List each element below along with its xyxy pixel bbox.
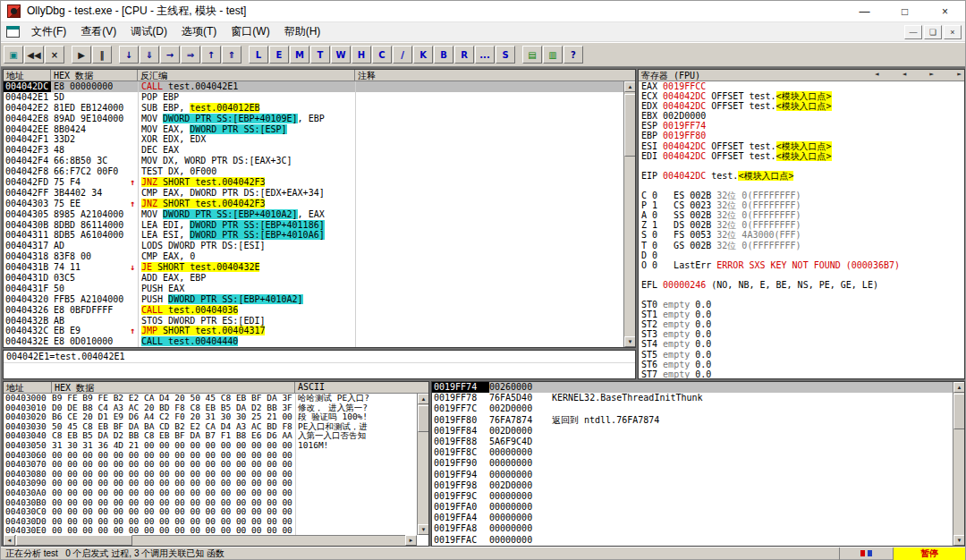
register-line[interactable]: EBX 002D0000 (641, 111, 964, 121)
register-line[interactable]: ST7 empty 0.0 (641, 369, 964, 379)
disasm-row[interactable]: 0040431D03C5ADD EAX, EBP (4, 273, 623, 284)
maximize-button[interactable]: □ (885, 1, 925, 22)
disasm-row[interactable]: 004042E15DPOP EBP (4, 92, 623, 103)
step-over-button[interactable]: ⇓ (140, 46, 159, 64)
stack-row[interactable]: 0019FF7876FA5D40KERNEL32.BaseThreadInitT… (432, 393, 953, 403)
dump-header-ascii[interactable]: ASCII (295, 382, 428, 393)
register-line[interactable]: ESP 0019FF74 (641, 121, 964, 131)
menu-view[interactable]: 查看(V) (73, 22, 123, 41)
stack-row[interactable]: 0019FFA400000000 (432, 513, 953, 523)
register-line[interactable] (641, 270, 964, 280)
execute-till-return-button[interactable]: ↑ (201, 46, 221, 64)
stack-row[interactable]: 0019FF9400000000 (432, 470, 953, 480)
disasm-row[interactable]: 0040432BABSTOS DWORD PTR ES:[EDI] (4, 316, 623, 327)
stack-row[interactable]: 0019FF885A6F9C4D (432, 437, 953, 447)
dump-scroll-right-icon[interactable]: ► (405, 535, 417, 546)
disasm-row[interactable]: 0040430375 EE↑JNZ SHORT test.004042F3 (4, 199, 623, 209)
header-address[interactable]: 地址 (4, 70, 51, 81)
stack-row[interactable]: 0019FF84002D0000 (432, 426, 953, 437)
close-button[interactable]: × (45, 46, 64, 64)
register-line[interactable]: ST2 empty 0.0 (641, 319, 964, 329)
log-window-button[interactable]: L (249, 46, 268, 64)
disasm-row[interactable]: 0040430B8DBD 86114000LEA EDI, DWORD PTR … (4, 220, 623, 231)
disasm-row[interactable]: 004042EE8B0424MOV EAX, DWORD PTR SS:[ESP… (4, 124, 623, 135)
menu-options[interactable]: 选项(T) (174, 22, 224, 41)
register-line[interactable]: EDX 004042DC OFFSET test.<模块入口点> (641, 101, 964, 111)
register-line[interactable]: D 0 (641, 250, 964, 260)
patches-button[interactable]: / (393, 46, 412, 64)
stack-scroll-up-icon[interactable]: ▲ (953, 382, 965, 393)
mdi-close-button[interactable]: × (944, 25, 962, 39)
open-file-button[interactable]: ▣ (4, 46, 23, 64)
reg-nav-left-icon[interactable]: ◄ (875, 70, 879, 81)
help-button[interactable]: ? (564, 46, 583, 64)
register-line[interactable]: O 0 LastErr ERROR_SXS_KEY_NOT_FOUND (000… (641, 260, 964, 270)
disasm-row[interactable]: 004043118DB5 A6104000LEA ESI, DWORD PTR … (4, 230, 623, 241)
cpu-window-icon[interactable] (6, 26, 20, 38)
stack-row[interactable]: 0019FF9000000000 (432, 458, 953, 469)
appearance-button[interactable]: ▥ (543, 46, 563, 64)
restart-button[interactable]: ◀◀ (24, 46, 44, 64)
cpu-button[interactable]: C (372, 46, 392, 64)
dump-row[interactable]: 00403000B9 FE B9 FE B2 E2 CA D4 20 50 45… (4, 394, 417, 403)
register-line[interactable]: C 0 ES 002B 32位 0(FFFFFFFF) (641, 191, 964, 200)
references-button[interactable]: R (454, 46, 474, 64)
disasm-row[interactable]: 0040431883F8 00CMP EAX, 0 (4, 251, 623, 262)
register-line[interactable]: EFL 00000246 (NO, NB, E, BE, NS, PE, GE,… (641, 280, 964, 290)
dump-row[interactable]: 004030B000 00 00 00 00 00 00 00 00 00 00… (4, 498, 417, 508)
register-line[interactable] (641, 161, 964, 171)
close-window-button[interactable]: × (925, 1, 965, 22)
register-line[interactable]: ST4 empty 0.0 (641, 339, 964, 349)
disasm-scroll-thumb[interactable] (624, 94, 636, 157)
pause-button[interactable]: ‖ (92, 46, 112, 64)
source-button[interactable]: S (496, 46, 515, 64)
handles-button[interactable]: H (352, 46, 371, 64)
stack-row[interactable]: 0019FF9C00000000 (432, 491, 953, 502)
stack-scroll-thumb[interactable] (953, 394, 965, 429)
register-line[interactable]: A 0 SS 002B 32位 0(FFFFFFFF) (641, 210, 964, 220)
stack-row[interactable]: 0019FFA800000000 (432, 523, 953, 534)
disasm-row[interactable]: 004042F466:8B50 3CMOV DX, WORD PTR DS:[E… (4, 156, 623, 166)
dump-header-hex[interactable]: HEX 数据 (52, 382, 295, 393)
dump-row[interactable]: 00403020B6 CE 20 D1 E9 D6 A4 C2 F0 20 31… (4, 412, 417, 422)
dump-row[interactable]: 0040309000 00 00 00 00 00 00 00 00 00 00… (4, 479, 417, 488)
disasm-row[interactable]: 00404326E8 0BFDFFFFCALL test.00404036 (4, 305, 623, 316)
dump-row[interactable]: 0040307000 00 00 00 00 00 00 00 00 00 00… (4, 460, 417, 470)
register-line[interactable] (641, 290, 964, 300)
scroll-up-icon[interactable]: ▲ (624, 81, 636, 92)
disasm-row[interactable]: 004042E889AD 9E104000MOV DWORD PTR SS:[E… (4, 114, 623, 124)
register-line[interactable]: EAX 0019FFCC (641, 81, 964, 91)
disasm-row[interactable]: 004042F866:F7C2 00F0TEST DX, 0F000 (4, 166, 623, 177)
menu-help[interactable]: 帮助(H) (277, 22, 328, 41)
register-line[interactable]: EIP 004042DC test.<模块入口点> (641, 171, 964, 181)
disasm-row[interactable]: 004043058985 A2104000MOV DWORD PTR SS:[E… (4, 209, 623, 220)
dump-header-address[interactable]: 地址 (4, 382, 52, 393)
call-stack-button[interactable]: K (413, 46, 433, 64)
register-line[interactable]: S 0 FS 0053 32位 4A3000(FFF) (641, 230, 964, 240)
dump-row[interactable]: 0040306000 00 00 00 00 00 00 00 00 00 00… (4, 451, 417, 461)
register-line[interactable]: ST5 empty 0.0 (641, 350, 964, 360)
dump-vertical-scrollbar[interactable]: ▲ ▼ (417, 394, 428, 535)
register-line[interactable]: EBP 0019FF80 (641, 131, 964, 140)
dump-scroll-down-icon[interactable]: ▼ (418, 524, 429, 535)
run-trace-button[interactable]: ... (475, 46, 495, 64)
dump-row[interactable]: 004030C000 00 00 00 00 00 00 00 00 00 00… (4, 507, 417, 517)
disasm-row[interactable]: 004042E281ED EB124000SUB EBP, test.00401… (4, 103, 623, 114)
dump-scroll-up-icon[interactable]: ▲ (418, 394, 429, 404)
register-line[interactable]: ST1 empty 0.0 (641, 310, 964, 319)
dump-row[interactable]: 00403040C8 EB B5 DA D2 BB C8 EB BF DA B7… (4, 431, 417, 441)
register-line[interactable]: ST6 empty 0.0 (641, 360, 964, 369)
stack-row[interactable]: 0019FFA000000000 (432, 502, 953, 513)
stack-row[interactable]: 0019FF7C002D0000 (432, 403, 953, 414)
reg-nav-right-icon[interactable]: ► (929, 70, 934, 81)
dump-row[interactable]: 00403010D0 DE B8 C4 A3 AC 20 BD F8 C8 EB… (4, 403, 417, 413)
dump-row[interactable]: 004030A000 00 00 00 00 00 00 00 00 00 00… (4, 488, 417, 498)
step-into-button[interactable]: ↓ (119, 46, 139, 64)
disasm-row[interactable]: 0040432CEB E9↑JMP SHORT test.00404317 (4, 326, 623, 336)
header-disassembly[interactable]: 反汇编 (138, 70, 355, 81)
stack-row[interactable]: 0019FF7400260000 (432, 382, 953, 393)
dump-hscroll-thumb[interactable] (16, 535, 132, 546)
dump-row[interactable]: 0040305031 30 31 36 4D 21 00 00 00 00 00… (4, 441, 417, 451)
dump-scroll-left-icon[interactable]: ◄ (4, 535, 15, 546)
memory-map-button[interactable]: M (290, 46, 309, 64)
